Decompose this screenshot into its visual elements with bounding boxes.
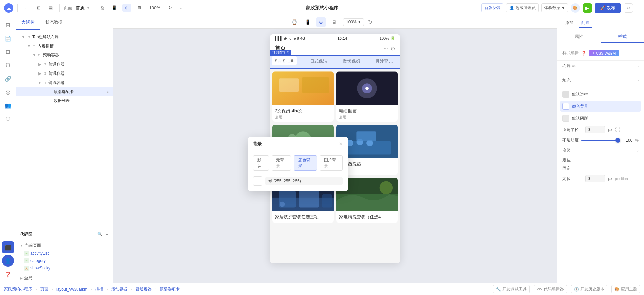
tree-arrow[interactable]: ▶ [38, 62, 42, 66]
theme-btn[interactable]: 🎨 [571, 3, 580, 13]
breadcrumb-4[interactable]: 滚动容器 [111, 286, 127, 292]
eye-icon[interactable]: 👁 [572, 64, 576, 69]
opacity-thumb[interactable] [615, 138, 620, 143]
theme-btn2[interactable]: 🎨 应用主题 [611, 285, 640, 293]
device-pc-btn[interactable]: 🖥 [330, 17, 339, 27]
page-name[interactable]: 首页 [76, 5, 85, 11]
bg-tab-default[interactable]: 默认 [253, 155, 269, 171]
breadcrumb-1[interactable]: 页面 [40, 286, 48, 292]
sidebar-icon-user[interactable]: 👥 [2, 99, 14, 111]
tree-item-container1[interactable]: ▶ □ 普通容器 [16, 60, 113, 69]
color-bg-swatch[interactable] [562, 103, 569, 110]
css-with-ai-btn[interactable]: ✦ CSS With AI [589, 50, 619, 56]
device-tablet-btn[interactable]: ⊕ [316, 17, 326, 27]
tree-item-scroll[interactable]: ▼ □ 滚动容器 ⚡ [16, 51, 113, 60]
tree-item-top-tab[interactable]: ▶ □ 顶部选项卡 ≡ [16, 87, 113, 96]
tree-item-tab-nav[interactable]: ▼ □ Tab栏导航布局 [16, 33, 113, 42]
publish-btn[interactable]: 🚀 发布 [595, 3, 621, 13]
history-btn[interactable]: 🕐 开发历史版本 [571, 285, 607, 293]
right-tab-props[interactable]: 属性 [557, 31, 601, 43]
sidebar-icon-active[interactable]: ⬛ [2, 241, 14, 253]
sidebar-icon-components[interactable]: ⊡ [2, 46, 14, 58]
tree-item-content-slot[interactable]: ▼ □ 内容插槽 [16, 42, 113, 51]
zoom-select[interactable]: 100% [147, 4, 163, 12]
color-swatch[interactable] [253, 176, 262, 186]
nav-more-icon[interactable]: ··· [384, 46, 388, 52]
breadcrumb-6[interactable]: 顶部选项卡 [160, 286, 180, 292]
bg-tab-image[interactable]: 图片背景 [320, 155, 343, 171]
sidebar-icon-data[interactable]: ⛁ [2, 59, 14, 71]
code-area-header[interactable]: 代码区 🔍 ＋ [16, 229, 113, 240]
feedback-btn[interactable]: 新版反馈 [481, 3, 503, 12]
more-btn[interactable]: ··· [177, 4, 186, 12]
action-drag[interactable]: ≡ [105, 89, 110, 95]
bg-tab-none[interactable]: 无背景 [272, 155, 291, 171]
action-drag[interactable]: ≡ [105, 98, 110, 104]
code-section-title[interactable]: ▼ 当前页面 [16, 241, 113, 250]
back-btn[interactable]: ← [22, 4, 32, 12]
device-desktop-btn[interactable]: 🖥 [134, 4, 144, 12]
tree-item-container2[interactable]: ▶ □ 普通容器 [16, 69, 113, 78]
canvas-refresh-btn[interactable]: ↻ [368, 19, 372, 26]
fill-arrow[interactable]: › [638, 79, 639, 82]
settings-btn[interactable]: ⚙ [624, 3, 633, 13]
code-item-showsticky[interactable]: (x) showSticky [16, 264, 113, 272]
right-tab-style[interactable]: 样式 [601, 31, 644, 43]
add-icon[interactable]: ＋ [105, 232, 109, 237]
tree-arrow[interactable]: ▶ [38, 71, 42, 76]
radius-expand-btn[interactable]: ⛶ [615, 127, 620, 132]
pos-input[interactable] [585, 175, 605, 182]
tree-arrow[interactable]: ▼ [32, 53, 36, 57]
add-action-btn[interactable]: 添加 [562, 19, 576, 28]
tab-outline[interactable]: 大纲树 [16, 16, 40, 30]
page-dropdown-icon[interactable]: ▼ [87, 6, 90, 10]
tab-action-copy[interactable]: ⎘ [272, 57, 280, 64]
bg-popup-close-btn[interactable]: ✕ [339, 141, 343, 147]
sidebar-icon-api[interactable]: ◎ [2, 86, 14, 98]
opacity-slider[interactable] [581, 140, 620, 141]
sidebar-icon-pages[interactable]: 📄 [2, 32, 14, 44]
tab-state[interactable]: 状态数据 [40, 16, 68, 30]
canvas-more-btn[interactable]: ··· [376, 19, 381, 25]
code-global[interactable]: ▶ 全局 [16, 273, 113, 283]
device-phone-btn[interactable]: 📱 [303, 17, 312, 27]
code-item-activitylist[interactable]: ≡ activityList [16, 250, 113, 257]
zoom-control[interactable]: 100% ▼ [343, 18, 364, 26]
shadow-color-box[interactable] [562, 115, 569, 122]
layout-arrow[interactable]: › [638, 64, 639, 68]
tree-item-container3[interactable]: ▼ □ 普通容器 [16, 78, 113, 87]
breadcrumb-0[interactable]: 家政预约小程序 [4, 286, 32, 292]
breadcrumb-5[interactable]: 普通容器 [136, 286, 152, 292]
breadcrumb-2[interactable]: layout_vw3uaikm [56, 287, 87, 292]
tab-action-paste[interactable]: ⎗ [280, 57, 288, 64]
device-tablet-btn[interactable]: ⊕ [122, 4, 131, 12]
view-list-btn[interactable]: ▤ [46, 4, 55, 12]
sidebar-icon-avatar[interactable]: 👤 [2, 255, 14, 267]
radius-input[interactable] [585, 126, 605, 133]
sidebar-icon-help[interactable]: ❓ [2, 268, 14, 280]
search-icon[interactable]: 🔍 [97, 232, 102, 237]
bg-tab-color[interactable]: 颜色背景 [294, 155, 317, 171]
top-more-btn[interactable]: ··· [636, 5, 640, 11]
nav-target-icon[interactable]: ⊙ [391, 45, 395, 52]
card-1[interactable]: 精细擦窗 启用 [336, 71, 398, 122]
device-phone-btn[interactable]: 📱 [109, 4, 120, 12]
color-bg-row[interactable]: 颜色背景 [560, 101, 641, 112]
code-editor-btn[interactable]: </> 代码编辑器 [534, 285, 567, 293]
breadcrumb-3[interactable]: 插槽 [95, 286, 103, 292]
preview-btn[interactable]: ▶ [583, 3, 592, 13]
tree-item-data-list[interactable]: ▶ □ 数据列表 ≡ [16, 96, 113, 105]
sidebar-icon-home[interactable]: ⊞ [2, 19, 14, 31]
dev-tools-btn[interactable]: 🔧 开发调试工具 [493, 285, 530, 293]
device-watch-btn[interactable]: ⌚ [289, 17, 299, 27]
border-color-box[interactable] [562, 91, 569, 98]
tree-arrow[interactable]: ▼ [38, 81, 42, 85]
advanced-title[interactable]: 高级 › [562, 148, 639, 153]
sidebar-icon-link[interactable]: 🔗 [2, 72, 14, 85]
tree-arrow[interactable]: ▼ [27, 44, 31, 48]
tree-arrow[interactable]: ▼ [21, 35, 25, 39]
style-edit-help-icon[interactable]: ❓ [581, 51, 586, 56]
action-icon[interactable]: ⚡ [105, 53, 110, 58]
code-item-category[interactable]: ≡ category [16, 257, 113, 264]
refresh-btn[interactable]: ↻ [166, 4, 175, 12]
